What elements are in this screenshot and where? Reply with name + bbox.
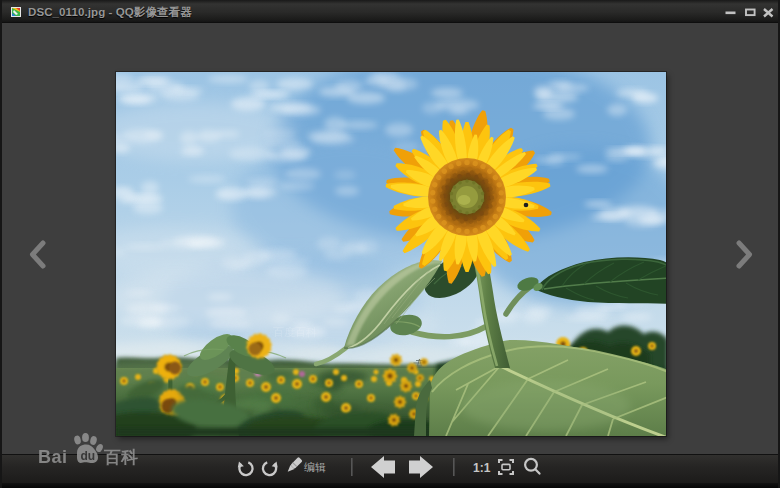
- svg-text:Bai: Bai: [38, 447, 68, 467]
- svg-text:1:1: 1:1: [473, 461, 491, 475]
- svg-text:编辑: 编辑: [304, 461, 326, 473]
- svg-text:du: du: [81, 449, 96, 463]
- svg-text:百科: 百科: [103, 448, 138, 467]
- svg-text:百度百科: 百度百科: [273, 326, 317, 338]
